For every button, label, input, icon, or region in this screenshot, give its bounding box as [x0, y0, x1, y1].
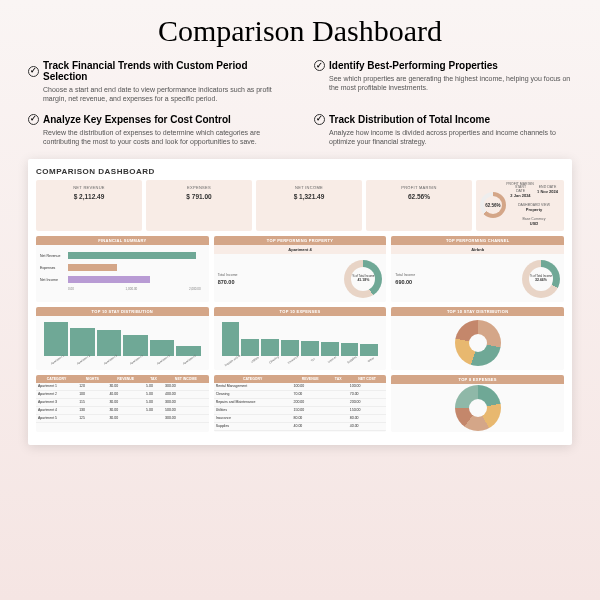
kpi-value: $ 1,321.49 [260, 193, 358, 200]
stay-distribution-donut: TOP 10 STAY DISTRIBUTION [391, 307, 564, 370]
top-channel-card: TOP PERFORMING CHANNEL Airbnb Total Inco… [391, 236, 564, 302]
kpi-label: EXPENSES [150, 185, 248, 190]
income-value: 690.00 [395, 279, 518, 285]
kpi-row: NET REVENUE$ 2,112.49 EXPENSES$ 791.00 N… [36, 180, 472, 231]
top-expenses-bars: TOP 10 EXPENSES Repairs and M…UtilitiesC… [214, 307, 387, 370]
dashboard-preview: COMPARISON DASHBOARD NET REVENUE$ 2,112.… [28, 159, 572, 445]
table-row: Utilities150.00150.00 [214, 406, 387, 414]
top-expenses-donut: TOP 8 EXPENSES [391, 375, 564, 432]
check-icon [314, 114, 325, 125]
table-row: Apartment 512530.00300.00 [36, 414, 209, 422]
table-row: Apartment 112030.005.00300.00 [36, 383, 209, 391]
table-row: Rental Management100.00100.00 [214, 383, 387, 391]
expense-table: CATEGORYREVENUETAXNET COST Rental Manage… [214, 375, 387, 432]
feature-desc: Review the distribution of expenses to d… [28, 128, 286, 147]
feature-desc: Choose a start and end date to view perf… [28, 85, 286, 104]
kpi-value: $ 791.00 [150, 193, 248, 200]
check-icon [28, 114, 39, 125]
page-title: Comparison Dashboard [28, 14, 572, 48]
profit-margin-ring: PROFIT MARGIN62.56% START DATE2 Jan 2024… [476, 180, 564, 231]
bar-net-revenue [68, 252, 196, 259]
feature-item: Analyze Key Expenses for Cost ControlRev… [28, 114, 286, 147]
kpi-label: NET REVENUE [40, 185, 138, 190]
currency-select[interactable]: Base CurrencyUSD [508, 215, 560, 228]
feature-desc: Analyze how income is divided across pro… [314, 128, 572, 147]
kpi-net-income: NET INCOME$ 1,321.49 [256, 180, 362, 231]
feature-item: Track Distribution of Total IncomeAnalyz… [314, 114, 572, 147]
table-row: Supplies40.0040.00 [214, 422, 387, 430]
kpi-expenses: EXPENSES$ 791.00 [146, 180, 252, 231]
card-header: TOP PERFORMING CHANNEL [391, 236, 564, 245]
feature-title: Track Distribution of Total Income [329, 114, 490, 125]
table-row: Insurance80.0080.00 [214, 414, 387, 422]
card-header: TOP PERFORMING PROPERTY [214, 236, 387, 245]
income-value: 870.00 [218, 279, 341, 285]
pm-label: PROFIT MARGIN [476, 182, 564, 186]
table-row: Apartment 311530.005.00300.00 [36, 398, 209, 406]
property-ring-chart: % of Total Income41.18% [344, 260, 382, 298]
bar-net-income [68, 276, 150, 283]
card-header: TOP 10 STAY DISTRIBUTION [391, 307, 564, 316]
bar-expenses [68, 264, 117, 271]
channel-ring-chart: % of Total Income32.66% [522, 260, 560, 298]
property-name: Apartment 4 [214, 245, 387, 254]
dashboard-title: COMPARISON DASHBOARD [36, 167, 564, 176]
feature-item: Track Financial Trends with Custom Perio… [28, 60, 286, 104]
donut-chart [455, 320, 501, 366]
stay-distribution-bars: TOP 10 STAY DISTRIBUTION Apartment 1Apar… [36, 307, 209, 370]
category-table: CATEGORYNIGHTSREVENUETAXNET INCOME Apart… [36, 375, 209, 432]
kpi-label: PROFIT MARGIN [370, 185, 468, 190]
view-select[interactable]: DASHBOARD VIEWProperty [508, 201, 560, 214]
top-property-card: TOP PERFORMING PROPERTY Apartment 4 Tota… [214, 236, 387, 302]
feature-desc: See which properties are generating the … [314, 74, 572, 93]
table-row: Repairs and Maintenance200.00200.00 [214, 398, 387, 406]
card-header: TOP 8 EXPENSES [391, 375, 564, 384]
table-row: Cleaning70.0070.00 [214, 390, 387, 398]
donut-chart [455, 385, 501, 431]
table-row: Apartment 210040.005.00400.00 [36, 390, 209, 398]
kpi-value: 62.56% [370, 193, 468, 200]
card-header: TOP 10 STAY DISTRIBUTION [36, 307, 209, 316]
feature-item: Identify Best-Performing PropertiesSee w… [314, 60, 572, 104]
channel-name: Airbnb [391, 245, 564, 254]
kpi-net-revenue: NET REVENUE$ 2,112.49 [36, 180, 142, 231]
kpi-value: $ 2,112.49 [40, 193, 138, 200]
card-header: FINANCIAL SUMMARY [36, 236, 209, 245]
kpi-label: NET INCOME [260, 185, 358, 190]
feature-title: Analyze Key Expenses for Cost Control [43, 114, 231, 125]
kpi-profit-margin: PROFIT MARGIN62.56% [366, 180, 472, 231]
check-icon [314, 60, 325, 71]
financial-summary-card: FINANCIAL SUMMARY Net Revenue Expenses N… [36, 236, 209, 302]
table-row: Apartment 413030.005.00500.00 [36, 406, 209, 414]
features-grid: Track Financial Trends with Custom Perio… [28, 60, 572, 147]
card-header: TOP 10 EXPENSES [214, 307, 387, 316]
feature-title: Track Financial Trends with Custom Perio… [43, 60, 286, 82]
check-icon [28, 66, 39, 77]
pm-value: 62.56% [485, 203, 500, 208]
feature-title: Identify Best-Performing Properties [329, 60, 498, 71]
